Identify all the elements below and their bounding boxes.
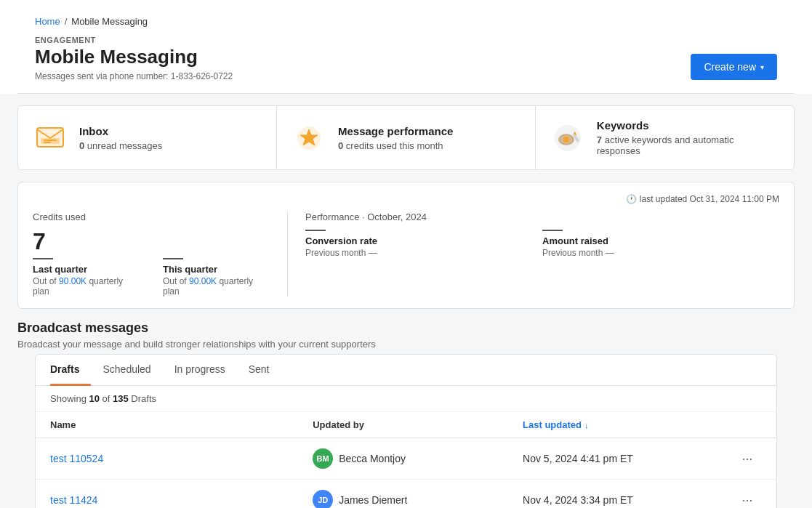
page-title: Mobile Messaging bbox=[35, 46, 233, 68]
conversion-rate-line bbox=[305, 230, 326, 231]
conversion-rate-title: Conversion rate bbox=[305, 235, 542, 246]
row-link-2[interactable]: test 11424 bbox=[50, 494, 97, 506]
row-updated-by-name-2: James Diemert bbox=[339, 494, 407, 506]
showing-count: 10 bbox=[89, 393, 99, 404]
row-updated-by-1: BM Becca Montjoy bbox=[313, 448, 523, 469]
keywords-value: 7 active keywords and automatic response… bbox=[597, 134, 779, 156]
message-performance-value: 0 credits used this month bbox=[338, 140, 453, 151]
message-performance-info: Message performance 0 credits used this … bbox=[338, 125, 453, 151]
avatar-1: BM bbox=[313, 448, 333, 469]
inbox-value: 0 unread messages bbox=[79, 140, 162, 151]
this-quarter-sub: Out of 90.00K quarterly plan bbox=[163, 276, 270, 297]
col-header-updated-by: Updated by bbox=[313, 419, 523, 430]
inbox-icon bbox=[33, 121, 68, 156]
credits-used-section: Credits used 7 Last quarter Out of 90.00… bbox=[33, 211, 288, 297]
perf-header: 🕐 last updated Oct 31, 2024 11:00 PM bbox=[33, 194, 779, 204]
credits-label: Credits used bbox=[33, 211, 270, 222]
subtitle-prefix: Messages sent via phone number: bbox=[35, 71, 168, 81]
col-header-actions bbox=[733, 419, 762, 430]
inbox-info: Inbox 0 unread messages bbox=[79, 125, 162, 151]
row-name-2: test 11424 bbox=[50, 494, 313, 506]
performance-section: 🕐 last updated Oct 31, 2024 11:00 PM Cre… bbox=[17, 182, 795, 309]
stat-card-inbox[interactable]: Inbox 0 unread messages bbox=[18, 106, 277, 169]
showing-type: Drafts bbox=[131, 393, 156, 404]
last-quarter-sub: Out of 90.00K quarterly plan bbox=[33, 276, 140, 297]
row-link-1[interactable]: test 110524 bbox=[50, 453, 103, 464]
last-quarter-title: Last quarter bbox=[33, 264, 140, 275]
row-name-1: test 110524 bbox=[50, 453, 313, 464]
inbox-title: Inbox bbox=[79, 125, 162, 137]
message-performance-title: Message performance bbox=[338, 125, 453, 137]
perf-metrics-section: Performance · October, 2024 Conversion r… bbox=[288, 211, 779, 297]
last-quarter-block: Last quarter Out of 90.00K quarterly pla… bbox=[33, 258, 140, 297]
last-updated-text: last updated Oct 31, 2024 11:00 PM bbox=[640, 194, 779, 204]
conversion-rate-block: Conversion rate Previous month — bbox=[305, 230, 542, 258]
amount-raised-line bbox=[542, 230, 563, 231]
svg-rect-5 bbox=[44, 140, 57, 141]
stat-card-message-performance[interactable]: Message performance 0 credits used this … bbox=[277, 106, 536, 169]
keywords-info: Keywords 7 active keywords and automatic… bbox=[597, 119, 779, 156]
breadcrumb-current: Mobile Messaging bbox=[71, 16, 148, 27]
amount-raised-title: Amount raised bbox=[542, 235, 779, 246]
create-new-label: Create new bbox=[704, 61, 756, 73]
credits-value: 7 bbox=[33, 228, 270, 255]
broadcast-tabs: Drafts Scheduled In progress Sent bbox=[36, 355, 776, 386]
table-header: Name Updated by Last updated ↓ bbox=[36, 412, 776, 438]
keywords-title: Keywords bbox=[597, 119, 779, 132]
chevron-down-icon: ▾ bbox=[760, 63, 764, 71]
this-quarter-line bbox=[163, 258, 183, 259]
row-updated-by-2: JD James Diemert bbox=[313, 490, 523, 508]
header-left: ENGAGEMENT Mobile Messaging Messages sen… bbox=[35, 30, 233, 81]
stats-row: Inbox 0 unread messages Message performa… bbox=[17, 105, 795, 170]
svg-point-11 bbox=[563, 137, 569, 142]
broadcast-table-container: Drafts Scheduled In progress Sent Showin… bbox=[35, 354, 777, 508]
page-subtitle: Messages sent via phone number: 1-833-62… bbox=[35, 71, 233, 81]
perf-period-label: Performance · October, 2024 bbox=[305, 211, 779, 222]
tab-scheduled[interactable]: Scheduled bbox=[91, 355, 162, 386]
broadcast-header-outer: Broadcast messages Broadcast your messag… bbox=[17, 320, 795, 354]
row-last-updated-1: Nov 5, 2024 4:41 pm ET bbox=[523, 453, 733, 464]
broadcast-section-wrapper: Broadcast messages Broadcast your messag… bbox=[17, 320, 795, 508]
tab-drafts[interactable]: Drafts bbox=[50, 355, 91, 386]
tab-sent[interactable]: Sent bbox=[237, 355, 281, 386]
row-updated-by-name-1: Becca Montjoy bbox=[339, 453, 406, 464]
avatar-2: JD bbox=[313, 490, 333, 508]
row-actions-1: ··· bbox=[733, 450, 762, 468]
col-header-name: Name bbox=[50, 419, 313, 430]
broadcast-subtitle: Broadcast your message and build stronge… bbox=[17, 339, 795, 350]
row-last-updated-2: Nov 4, 2024 3:34 pm ET bbox=[523, 494, 733, 506]
keywords-icon bbox=[550, 121, 585, 156]
last-updated-col-label: Last updated bbox=[523, 419, 582, 430]
perf-body: Credits used 7 Last quarter Out of 90.00… bbox=[33, 211, 779, 297]
showing-row: Showing 10 of 135 Drafts bbox=[36, 386, 776, 412]
amount-raised-block: Amount raised Previous month — bbox=[542, 230, 779, 258]
this-quarter-plan-link[interactable]: 90.00K bbox=[189, 276, 217, 286]
this-quarter-title: This quarter bbox=[163, 264, 270, 275]
showing-total: 135 bbox=[113, 393, 129, 404]
perf-metrics: Conversion rate Previous month — Amount … bbox=[305, 230, 779, 258]
last-quarter-plan-link[interactable]: 90.00K bbox=[59, 276, 87, 286]
phone-number-value: 1-833-626-0722 bbox=[171, 71, 233, 81]
table-row: test 110524 BM Becca Montjoy Nov 5, 2024… bbox=[36, 438, 776, 480]
tab-in-progress[interactable]: In progress bbox=[163, 355, 237, 386]
col-header-last-updated[interactable]: Last updated ↓ bbox=[523, 419, 733, 430]
broadcast-title: Broadcast messages bbox=[17, 320, 795, 336]
table-row: test 11424 JD James Diemert Nov 4, 2024 … bbox=[36, 480, 776, 508]
row-actions-2: ··· bbox=[733, 491, 762, 509]
create-new-button[interactable]: Create new ▾ bbox=[691, 54, 777, 80]
sort-arrow-icon: ↓ bbox=[584, 421, 589, 430]
row-more-button-1[interactable]: ··· bbox=[737, 450, 757, 468]
breadcrumb-separator: / bbox=[65, 16, 68, 27]
engagement-label: ENGAGEMENT bbox=[35, 30, 233, 44]
amount-raised-sub: Previous month — bbox=[542, 248, 779, 258]
conversion-rate-sub: Previous month — bbox=[305, 248, 542, 258]
row-more-button-2[interactable]: ··· bbox=[737, 491, 757, 509]
this-quarter-block: This quarter Out of 90.00K quarterly pla… bbox=[163, 258, 270, 297]
last-quarter-line bbox=[33, 258, 53, 259]
breadcrumb-home-link[interactable]: Home bbox=[35, 16, 60, 27]
clock-icon: 🕐 bbox=[626, 194, 637, 204]
stat-card-keywords[interactable]: Keywords 7 active keywords and automatic… bbox=[536, 106, 794, 169]
message-performance-icon bbox=[292, 121, 326, 156]
last-updated: 🕐 last updated Oct 31, 2024 11:00 PM bbox=[626, 194, 779, 204]
svg-rect-6 bbox=[44, 142, 51, 143]
